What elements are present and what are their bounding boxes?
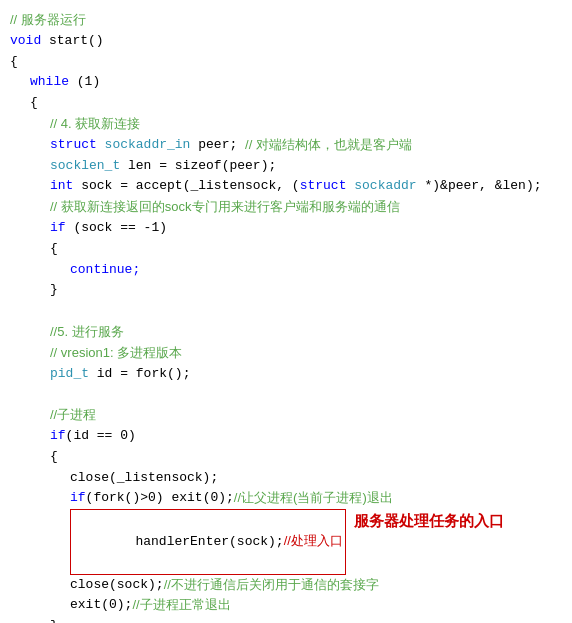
code-container: // 服务器运行 void start() { while (1) { // 4… bbox=[0, 0, 572, 623]
line-if-sock: if (sock == -1) bbox=[10, 218, 562, 239]
line-close-sock: close(sock);//不进行通信后关闭用于通信的套接字 bbox=[10, 575, 562, 596]
line-comment-version: // vresion1: 多进程版本 bbox=[10, 343, 562, 364]
line-while: while (1) bbox=[10, 72, 562, 93]
comment-exit-child: //子进程正常退出 bbox=[132, 595, 230, 616]
keyword-continue: continue; bbox=[70, 260, 140, 281]
comment-peer: // 对端结构体，也就是客户端 bbox=[245, 135, 412, 156]
pid-fork-code: id = fork(); bbox=[97, 364, 191, 385]
comment-version: // vresion1: 多进程版本 bbox=[50, 343, 182, 364]
brace-open-outer: { bbox=[10, 52, 18, 73]
accept-code2: *)&peer, &len); bbox=[424, 176, 541, 197]
brace-child-open: { bbox=[50, 447, 58, 468]
close-sock-code: close(sock); bbox=[70, 575, 164, 596]
line-if-id: if(id == 0) bbox=[10, 426, 562, 447]
if-sock-cond: (sock == -1) bbox=[73, 218, 167, 239]
line-void-start: void start() bbox=[10, 31, 562, 52]
brace-child-close: } bbox=[50, 616, 58, 623]
line-brace-if-close: } bbox=[10, 280, 562, 301]
comment-service: //5. 进行服务 bbox=[50, 322, 124, 343]
handler-annotation-inline: //处理入口 bbox=[284, 533, 343, 548]
type-sockaddr2: sockaddr bbox=[354, 176, 424, 197]
handler-highlight: handlerEnter(sock);//处理入口 bbox=[70, 509, 346, 574]
comment-accept: // 获取新连接返回的sock专门用来进行客户端和服务端的通信 bbox=[50, 197, 400, 218]
func-start: start() bbox=[49, 31, 104, 52]
line-exit-child: exit(0);//子进程正常退出 bbox=[10, 595, 562, 616]
line-handler-enter: handlerEnter(sock);//处理入口 服务器处理任务的入口 bbox=[10, 509, 562, 574]
line-socklen: socklen_t len = sizeof(peer); bbox=[10, 156, 562, 177]
line-struct: struct sockaddr_in peer; // 对端结构体，也就是客户端 bbox=[10, 135, 562, 156]
comment-server: // 服务器运行 bbox=[10, 10, 86, 31]
keyword-if-sock: if bbox=[50, 218, 73, 239]
type-sockaddr: sockaddr_in bbox=[105, 135, 199, 156]
comment-fork-exit: //让父进程(当前子进程)退出 bbox=[234, 488, 393, 509]
type-socklen: socklen_t bbox=[50, 156, 128, 177]
keyword-while: while bbox=[30, 72, 77, 93]
keyword-int-accept: int bbox=[50, 176, 81, 197]
brace-if-open: { bbox=[50, 239, 58, 260]
line-fork-exit: if(fork()>0) exit(0);//让父进程(当前子进程)退出 bbox=[10, 488, 562, 509]
line-accept: int sock = accept(_listensock, (struct s… bbox=[10, 176, 562, 197]
keyword-struct: struct bbox=[50, 135, 105, 156]
line-brace-child-open: { bbox=[10, 447, 562, 468]
line-brace-while-open: { bbox=[10, 93, 562, 114]
line-brace-if-open: { bbox=[10, 239, 562, 260]
close-listen-code: close(_listensock); bbox=[70, 468, 218, 489]
line-comment-server: // 服务器运行 bbox=[10, 10, 562, 31]
type-pid: pid_t bbox=[50, 364, 97, 385]
comment-child: //子进程 bbox=[50, 405, 96, 426]
line-comment-get-conn: // 4. 获取新连接 bbox=[10, 114, 562, 135]
keyword-if-id: if bbox=[50, 426, 66, 447]
while-cond: (1) bbox=[77, 72, 100, 93]
brace-while-open: { bbox=[30, 93, 38, 114]
handler-code: handlerEnter(sock); bbox=[135, 534, 283, 549]
line-comment-service: //5. 进行服务 bbox=[10, 322, 562, 343]
brace-if-close: } bbox=[50, 280, 58, 301]
spacer bbox=[346, 509, 354, 530]
line-comment-child: //子进程 bbox=[10, 405, 562, 426]
line-pid-fork: pid_t id = fork(); bbox=[10, 364, 562, 385]
fork-check: (fork()>0) exit(0); bbox=[86, 488, 234, 509]
line-comment-accept: // 获取新连接返回的sock专门用来进行客户端和服务端的通信 bbox=[10, 197, 562, 218]
line-empty2 bbox=[10, 384, 562, 405]
code-block: // 服务器运行 void start() { while (1) { // 4… bbox=[0, 10, 572, 623]
annotation-large: 服务器处理任务的入口 bbox=[354, 509, 504, 533]
accept-code: sock = accept(_listensock, ( bbox=[81, 176, 299, 197]
keyword-void: void bbox=[10, 31, 49, 52]
line-brace-child-close: } bbox=[10, 616, 562, 623]
comment-close-sock: //不进行通信后关闭用于通信的套接字 bbox=[164, 575, 379, 596]
keyword-if-fork: if bbox=[70, 488, 86, 509]
if-id-cond: (id == 0) bbox=[66, 426, 136, 447]
var-peer: peer; bbox=[198, 135, 245, 156]
keyword-struct2: struct bbox=[300, 176, 355, 197]
line-empty1 bbox=[10, 301, 562, 322]
line-continue: continue; bbox=[10, 260, 562, 281]
line-close-listen: close(_listensock); bbox=[10, 468, 562, 489]
socklen-code: len = sizeof(peer); bbox=[128, 156, 276, 177]
comment-get-conn: // 4. 获取新连接 bbox=[50, 114, 140, 135]
line-brace-open-outer: { bbox=[10, 52, 562, 73]
exit-child-code: exit(0); bbox=[70, 595, 132, 616]
